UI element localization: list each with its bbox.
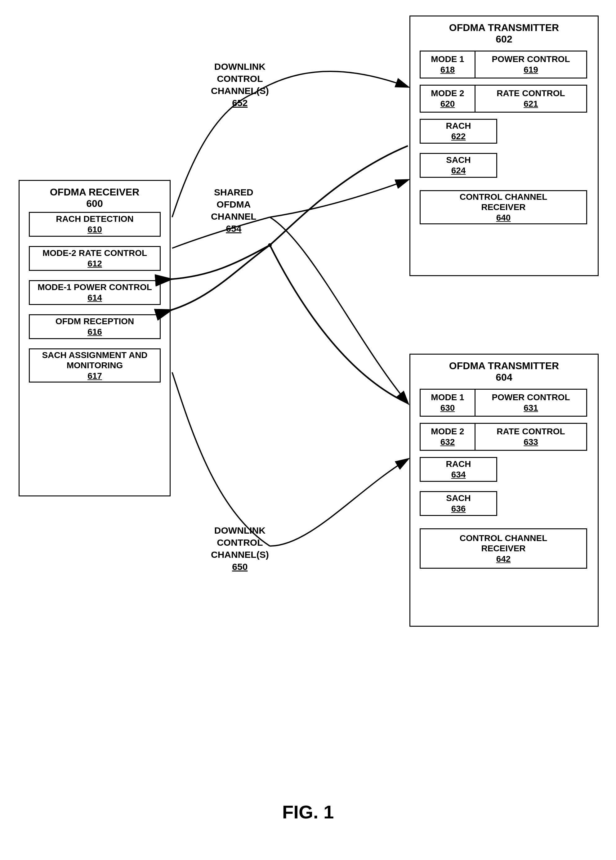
downlink-652-label: DOWNLINKCONTROLCHANNEL(S)652 xyxy=(211,61,269,109)
ofdma-transmitter-602-outer: OFDMA TRANSMITTER602 MODE 1618 POWER CON… xyxy=(409,16,599,276)
shared-654-label: SHAREDOFDMACHANNEL654 xyxy=(211,186,257,235)
power-control-619-block: POWER CONTROL619 xyxy=(475,50,587,78)
diagram: OFDMA RECEIVER 600 RACH DETECTION610 MOD… xyxy=(0,0,616,860)
mode1-630-block: MODE 1630 xyxy=(420,389,475,417)
rach-634-block: RACH634 xyxy=(420,457,497,482)
svg-point-2 xyxy=(268,243,272,247)
control-channel-receiver-640-block: CONTROL CHANNELRECEIVER640 xyxy=(420,190,587,224)
sach-624-block: SACH624 xyxy=(420,153,497,178)
sach-636-block: SACH636 xyxy=(420,491,497,516)
mode2-rate-control-block: MODE-2 RATE CONTROL612 xyxy=(29,246,161,271)
rach-detection-block: RACH DETECTION610 xyxy=(29,212,161,237)
downlink-650-label: DOWNLINKCONTROLCHANNEL(S)650 xyxy=(211,524,269,573)
rach-622-block: RACH622 xyxy=(420,119,497,144)
ofdma-transmitter-604-title: OFDMA TRANSMITTER604 xyxy=(411,360,598,383)
rate-control-621-block: RATE CONTROL621 xyxy=(475,85,587,113)
power-control-631-block: POWER CONTROL631 xyxy=(475,389,587,417)
rate-control-633-block: RATE CONTROL633 xyxy=(475,423,587,451)
ofdma-transmitter-602-title: OFDMA TRANSMITTER602 xyxy=(411,22,598,45)
ofdma-receiver-outer: OFDMA RECEIVER 600 RACH DETECTION610 MOD… xyxy=(19,180,171,496)
ofdm-reception-block: OFDM RECEPTION616 xyxy=(29,314,161,339)
ofdma-transmitter-604-outer: OFDMA TRANSMITTER604 MODE 1630 POWER CON… xyxy=(409,354,599,627)
figure-label: FIG. 1 xyxy=(0,801,616,823)
mode2-632-block: MODE 2632 xyxy=(420,423,475,451)
mode1-power-control-block: MODE-1 POWER CONTROL614 xyxy=(29,280,161,305)
ofdma-receiver-title: OFDMA RECEIVER 600 xyxy=(20,187,170,209)
sach-assignment-block: SACH ASSIGNMENT ANDMONITORING617 xyxy=(29,348,161,383)
control-channel-receiver-642-block: CONTROL CHANNELRECEIVER642 xyxy=(420,528,587,569)
mode2-620-block: MODE 2620 xyxy=(420,85,475,113)
mode1-618-block: MODE 1618 xyxy=(420,50,475,78)
